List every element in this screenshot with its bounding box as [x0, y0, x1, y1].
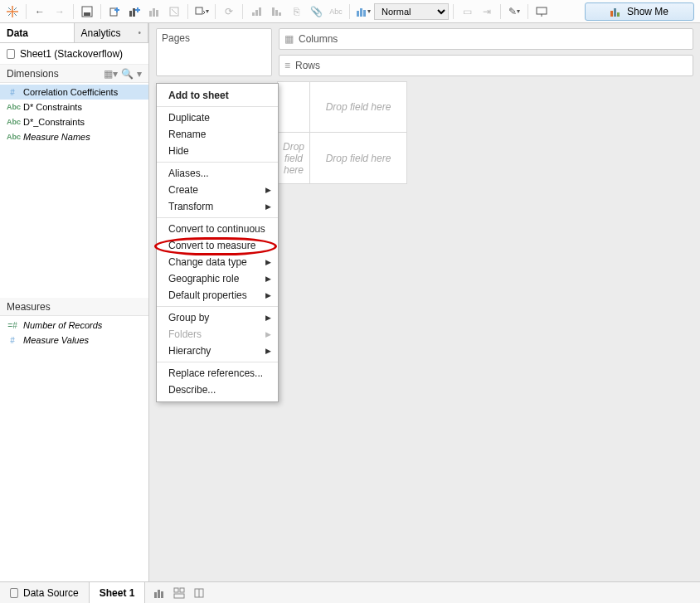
ctx-group-by[interactable]: Group by▶ — [157, 309, 278, 326]
rows-shelf[interactable]: ≡Rows — [279, 55, 693, 76]
ctx-hierarchy[interactable]: Hierarchy▶ — [157, 343, 278, 359]
ctx-create[interactable]: Create▶ — [157, 182, 278, 198]
menu-icon[interactable]: ▾ — [137, 68, 142, 80]
ctx-geographic-role[interactable]: Geographic role▶ — [157, 270, 278, 287]
columns-shelf[interactable]: ▦Columns — [279, 28, 693, 50]
new-data-source-button[interactable] — [105, 2, 124, 21]
svg-rect-27 — [357, 11, 359, 17]
fit-select[interactable]: Normal — [374, 3, 449, 20]
new-worksheet-button[interactable] — [125, 2, 143, 21]
back-button[interactable]: ← — [31, 2, 49, 21]
svg-rect-36 — [158, 590, 160, 598]
fix-axis-button: ⇥ — [478, 2, 496, 21]
datasource-icon — [7, 49, 15, 59]
rows-icon: ≡ — [284, 60, 290, 71]
svg-rect-22 — [255, 10, 258, 16]
ctx-convert-measure[interactable]: Convert to measure — [157, 237, 278, 254]
presentation-button[interactable] — [532, 2, 551, 21]
svg-rect-37 — [161, 591, 163, 598]
svg-rect-33 — [614, 8, 616, 17]
tab-sheet1[interactable]: Sheet 1 — [90, 582, 146, 603]
new-story-icon[interactable] — [193, 587, 205, 599]
field-d-constraints[interactable]: AbcD* Constraints — [0, 100, 148, 114]
svg-line-3 — [14, 7, 17, 10]
show-me-label: Show Me — [627, 6, 668, 17]
sort-asc-button — [247, 2, 265, 21]
group-button: ⎘ — [287, 2, 305, 21]
dropzone-top[interactable]: Drop field here — [310, 81, 407, 133]
dropzone-main[interactable]: Drop field here — [310, 133, 407, 184]
svg-rect-28 — [360, 8, 362, 17]
ctx-add-to-sheet[interactable]: Add to sheet — [157, 87, 278, 104]
dropzone-corner[interactable] — [277, 81, 310, 133]
context-menu: Add to sheet Duplicate Rename Hide Alias… — [156, 83, 279, 402]
search-icon[interactable]: 🔍 — [121, 68, 134, 80]
field-number-of-records[interactable]: =#Number of Records — [0, 318, 148, 333]
field-measure-names[interactable]: AbcMeasure Names — [0, 129, 148, 144]
ctx-replace-references[interactable]: Replace references... — [157, 365, 278, 382]
chevron-right-icon: ▶ — [265, 347, 271, 355]
field-correlation-coefficients[interactable]: #Correlation Coefficients — [0, 85, 148, 100]
field-d-underscore-constraints[interactable]: AbcD*_Constraints — [0, 114, 148, 129]
dropzone-left[interactable]: Drop field here — [277, 133, 310, 184]
svg-rect-11 — [129, 11, 132, 17]
ctx-convert-continuous[interactable]: Convert to continuous — [157, 221, 278, 237]
field-measure-values[interactable]: #Measure Values — [0, 333, 148, 348]
show-me-button[interactable]: Show Me — [585, 2, 694, 21]
new-worksheet-icon[interactable] — [153, 587, 165, 599]
ctx-describe[interactable]: Describe... — [157, 382, 278, 398]
chevron-right-icon: ▶ — [265, 314, 271, 322]
forward-button: → — [51, 2, 69, 21]
svg-rect-32 — [610, 11, 613, 17]
svg-rect-40 — [174, 594, 184, 598]
hash-icon: =# — [7, 321, 18, 330]
columns-icon: ▦ — [284, 33, 294, 45]
swap-button[interactable]: ▾ — [192, 2, 211, 21]
svg-rect-34 — [617, 12, 620, 17]
hash-icon: # — [7, 88, 18, 97]
ctx-change-data-type[interactable]: Change data type▶ — [157, 254, 278, 270]
datasource-icon — [10, 588, 18, 598]
ctx-rename[interactable]: Rename — [157, 126, 278, 143]
chevron-right-icon: ▶ — [265, 186, 271, 194]
datasource-name: Sheet1 (Stackoverflow) — [20, 48, 123, 60]
svg-rect-16 — [153, 8, 155, 17]
tableau-logo[interactable] — [3, 2, 22, 21]
measures-list: =#Number of Records #Measure Values — [0, 316, 148, 349]
chevron-right-icon: ▶ — [265, 258, 271, 266]
dimensions-list: #Correlation Coefficients AbcD* Constrai… — [0, 83, 148, 146]
measures-header: Measures — [0, 298, 148, 316]
svg-rect-12 — [133, 8, 135, 17]
sort-desc-button — [267, 2, 285, 21]
svg-rect-20 — [196, 7, 202, 14]
ctx-hide[interactable]: Hide — [157, 143, 278, 159]
svg-rect-17 — [156, 10, 158, 17]
tab-data[interactable]: Data — [0, 23, 75, 42]
svg-rect-23 — [259, 7, 261, 16]
toolbar: ← → ▾ ⟳ ⎘ 📎 Abc ▾ Normal ▭ ⇥ ✎▾ Show Me — [0, 0, 700, 23]
highlight-button[interactable]: ✎▾ — [505, 2, 523, 21]
svg-line-4 — [8, 13, 11, 16]
hash-icon: # — [7, 336, 18, 345]
view-toggle-icon[interactable]: ▦▾ — [104, 68, 118, 80]
datasource-row[interactable]: Sheet1 (Stackoverflow) — [0, 43, 148, 65]
svg-rect-24 — [272, 7, 275, 16]
pin-button: 📎 — [307, 2, 325, 21]
new-dashboard-icon[interactable] — [173, 587, 185, 599]
ctx-folders: Folders▶ — [157, 326, 278, 343]
svg-rect-15 — [149, 11, 152, 17]
pages-shelf[interactable]: Pages — [156, 28, 272, 76]
tab-data-source[interactable]: Data Source — [0, 582, 90, 603]
ctx-aliases[interactable]: Aliases... — [157, 165, 278, 182]
chevron-right-icon: ▶ — [265, 275, 271, 283]
save-button[interactable] — [78, 2, 96, 21]
duplicate-button — [145, 2, 163, 21]
ctx-default-properties[interactable]: Default properties▶ — [157, 287, 278, 304]
ctx-duplicate[interactable]: Duplicate — [157, 109, 278, 126]
svg-rect-38 — [174, 588, 178, 592]
abc-button: Abc — [327, 2, 345, 21]
fit-icon[interactable]: ▾ — [354, 2, 372, 21]
svg-rect-25 — [275, 10, 278, 16]
tab-analytics[interactable]: Analytics• — [75, 23, 149, 42]
ctx-transform[interactable]: Transform▶ — [157, 198, 278, 215]
